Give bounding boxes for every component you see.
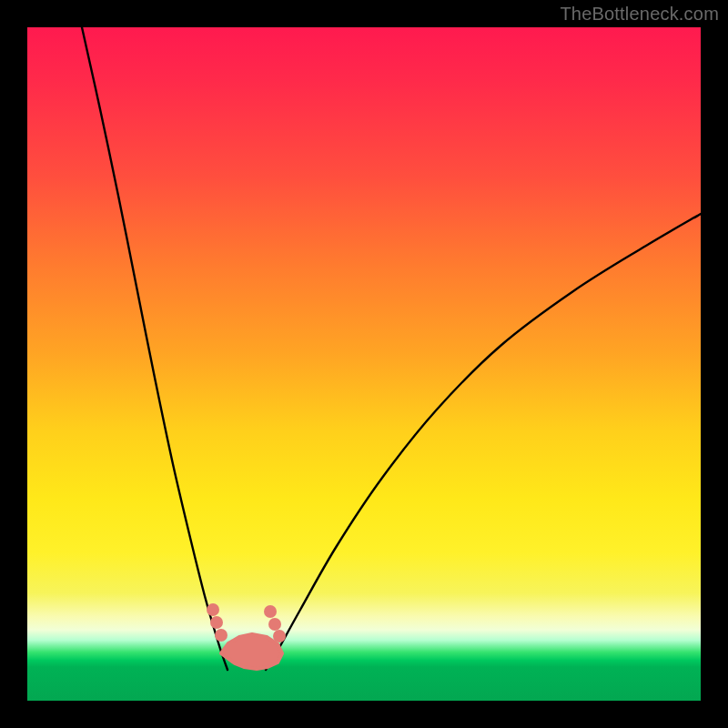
chart-svg [27,27,701,701]
bottleneck-curve-right [266,214,701,670]
curve-dot [273,630,286,642]
bottleneck-curve-left [82,27,228,670]
curve-dot [215,629,228,642]
chart-stage: TheBottleneck.com [0,0,728,728]
curve-dot [264,605,277,618]
watermark-text: TheBottleneck.com [560,4,719,25]
curve-dot [207,603,219,616]
plot-area [27,27,701,701]
curve-dot [210,616,223,629]
curve-minimum-marker [221,634,282,669]
curve-dot [268,618,281,631]
